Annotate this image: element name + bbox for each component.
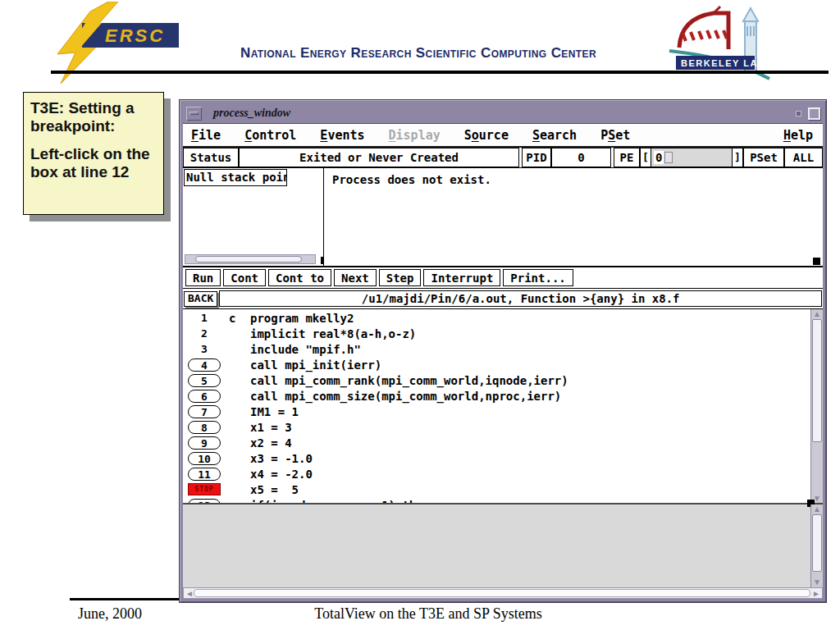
scroll-up-icon[interactable]: ▲: [813, 505, 821, 514]
pset-label: PSet: [743, 148, 784, 167]
interrupt-button[interactable]: Interrupt: [423, 269, 500, 286]
lower-vscroll-thumb[interactable]: [812, 514, 822, 572]
pe-spinner[interactable]: [ 0 ]: [640, 148, 743, 167]
source-pane-wrap: 1cprogram mkelly22implicit real*8(a-h,o-…: [183, 308, 823, 503]
source-title: /u1/majdi/Pin/6/a.out, Function >{any} i…: [219, 290, 822, 307]
line-number-3: 3: [188, 343, 221, 356]
lower-blank-pane: ▲ ▼: [183, 503, 823, 587]
line-number-2: 2: [188, 327, 221, 340]
pe-label: PE: [614, 148, 640, 167]
window-menu-icon: [189, 112, 199, 115]
window-title: process_window: [213, 107, 290, 120]
line-number-8[interactable]: 8: [188, 421, 221, 434]
source-vscroll-thumb[interactable]: [812, 319, 822, 442]
menu-control[interactable]: Control: [244, 128, 296, 143]
pe-text-cursor: [664, 152, 673, 163]
window-hscrollbar[interactable]: ◄ ►: [183, 587, 823, 599]
source-code-text: x3 = -1.0: [250, 452, 313, 465]
info-pane[interactable]: Process does not exist.: [324, 168, 823, 266]
source-line-4: 4call mpi_init(ierr): [183, 358, 810, 373]
lower-vscrollbar[interactable]: ▲ ▼: [810, 504, 823, 587]
pid-label: PID: [522, 148, 551, 167]
cont-button[interactable]: Cont: [223, 269, 266, 286]
menu-pset[interactable]: PSet: [600, 128, 630, 143]
source-header-row: BACK /u1/majdi/Pin/6/a.out, Function >{a…: [183, 289, 823, 308]
source-vscrollbar[interactable]: ▲ ▼: [810, 309, 823, 503]
menu-file[interactable]: File: [191, 128, 221, 143]
menu-display: Display: [389, 128, 441, 143]
source-line-10: 10x3 = -1.0: [183, 451, 810, 467]
pe-spinner-increment[interactable]: ]: [732, 148, 742, 167]
line-number-1: 1: [188, 312, 221, 325]
back-button[interactable]: BACK: [184, 291, 217, 307]
pe-spinner-decrement[interactable]: [: [641, 148, 651, 167]
stack-pane[interactable]: Null stack pointer: [183, 168, 324, 266]
window-menu-button[interactable]: [186, 107, 202, 121]
next-button[interactable]: Next: [334, 269, 377, 286]
line-number-7[interactable]: 7: [188, 405, 221, 418]
source-pane[interactable]: 1cprogram mkelly22implicit real*8(a-h,o-…: [183, 311, 810, 503]
line-number-11[interactable]: 11: [188, 468, 221, 481]
stack-and-info-panes: Null stack pointer Process does not exis…: [183, 167, 823, 266]
stack-pane-text: Null stack pointer: [184, 169, 287, 186]
source-line-8: 8x1 = 3: [183, 420, 810, 436]
berkeley-logo-text: Berkeley Lab: [681, 58, 765, 68]
footer-title: TotalView on the T3E and SP Systems: [223, 605, 633, 623]
source-line-11: 11x4 = -2.0: [183, 467, 810, 482]
line-number-6[interactable]: 6: [188, 390, 221, 403]
footer-date: June, 2000: [78, 605, 142, 623]
breakpoint-stop-icon[interactable]: STOP: [188, 483, 221, 495]
window-hscroll-thumb[interactable]: [194, 589, 810, 597]
comment-tag: c: [229, 312, 235, 325]
line-number-10[interactable]: 10: [188, 452, 221, 465]
action-button-row: RunContCont toNextStepInterruptPrint...: [183, 267, 823, 289]
source-code-text: x5 = 5: [250, 483, 299, 496]
scroll-up-icon[interactable]: ▲: [813, 310, 821, 318]
pe-input[interactable]: 0: [651, 151, 732, 164]
pe-value: 0: [654, 151, 664, 164]
status-value: Exited or Never Created: [239, 148, 519, 167]
source-code-text: call mpi_comm_size(mpi_comm_world,nproc,…: [250, 390, 561, 403]
run-button[interactable]: Run: [185, 269, 221, 286]
source-line-5: 5call mpi_comm_rank(mpi_comm_world,iqnod…: [183, 373, 810, 389]
menu-help[interactable]: Help: [783, 128, 813, 143]
source-code-text: program mkelly2: [250, 312, 354, 325]
source-line-9: 9x2 = 4: [183, 436, 810, 451]
pset-value: ALL: [784, 148, 823, 167]
status-label: Status: [183, 148, 239, 167]
note-line2: Left-click on the box at line 12: [30, 145, 158, 181]
source-line-1: 1cprogram mkelly2: [183, 311, 810, 326]
line-number-5[interactable]: 5: [188, 374, 221, 387]
process-window: process_window FileControlEventsDisplayS…: [179, 99, 827, 603]
pid-value: 0: [551, 148, 611, 167]
status-bar: Status Exited or Never Created PID 0 PE …: [183, 148, 823, 167]
window-titlebar[interactable]: process_window: [183, 103, 823, 124]
source-line-3: 3include "mpif.h": [183, 342, 810, 358]
print-button[interactable]: Print...: [503, 269, 573, 286]
source-code-text: IM1 = 1: [250, 405, 299, 418]
stack-pane-hscroll-thumb[interactable]: [195, 256, 302, 262]
maximize-button[interactable]: [808, 107, 820, 120]
source-code-text: x1 = 3: [250, 421, 292, 434]
pane-sash-handle[interactable]: [813, 258, 820, 265]
source-code-text: x2 = 4: [250, 436, 292, 450]
stack-pane-hscrollbar[interactable]: [185, 254, 316, 264]
source-line-2: 2implicit real*8(a-h,o-z): [183, 326, 810, 342]
line-number-4[interactable]: 4: [188, 358, 221, 372]
source-code-text: x4 = -2.0: [250, 468, 313, 481]
scroll-right-icon[interactable]: ►: [812, 590, 820, 598]
menu-search[interactable]: Search: [532, 128, 577, 143]
minimize-icon[interactable]: [797, 112, 801, 116]
scroll-left-icon[interactable]: ◄: [185, 590, 194, 598]
step-button[interactable]: Step: [379, 269, 422, 286]
menu-events[interactable]: Events: [320, 128, 364, 143]
org-title: National Energy Research Scientific Comp…: [189, 45, 648, 62]
cont-to-button[interactable]: Cont to: [268, 269, 331, 286]
line-number-9[interactable]: 9: [188, 436, 221, 450]
note-box: T3E: Setting a breakpoint: Left-click on…: [23, 92, 164, 215]
menu-source[interactable]: Source: [464, 128, 509, 143]
source-line-7: 7IM1 = 1: [183, 404, 810, 420]
menu-bar: FileControlEventsDisplaySourceSearchPSet…: [183, 124, 823, 148]
scroll-down-icon[interactable]: ▼: [813, 578, 821, 587]
source-line-12: STOPx5 = 5: [183, 482, 810, 498]
